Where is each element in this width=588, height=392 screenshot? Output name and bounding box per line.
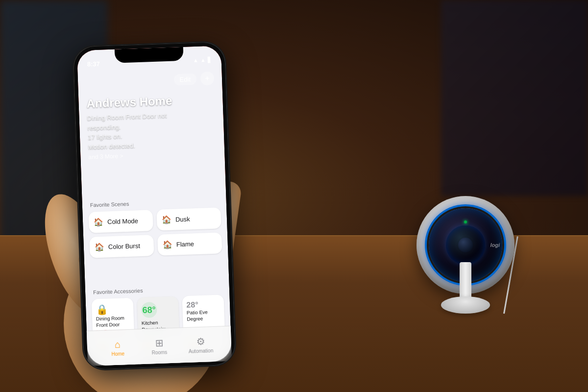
phone-screen: 8:37 ▲ ▲ ▋ Edit + ⊹ — [77, 46, 232, 366]
subtitle-line1: Dining Room Front Door not — [87, 112, 167, 122]
status-icons: ▲ ▲ ▋ — [193, 56, 212, 63]
scene-card-cold-mode[interactable]: 🏠 Cold Mode — [88, 210, 153, 233]
subtitle-line3: 17 lights on. — [88, 132, 122, 141]
scene-card-flame[interactable]: 🏠 Flame — [157, 232, 222, 256]
tab-home[interactable]: ⌂ Home — [97, 338, 139, 357]
home-tab-icon: ⌂ — [115, 339, 121, 350]
status-time: 8:37 — [87, 60, 100, 68]
phone: 8:37 ▲ ▲ ▋ Edit + ⊹ — [73, 42, 236, 370]
automation-tab-icon: ⚙ — [196, 336, 205, 348]
camera-brand: logi — [490, 242, 500, 248]
camera-lens-inner — [446, 225, 485, 265]
tab-bar: ⌂ Home ⊞ Rooms ⚙ Automation — [87, 326, 232, 366]
automation-tab-label: Automation — [189, 348, 214, 354]
subtitle-line2: responding. — [87, 123, 121, 131]
home-tab-label: Home — [111, 351, 124, 357]
accessories-section-title: Favorite Accessories — [91, 285, 223, 295]
patio-temp: 28° — [186, 299, 220, 309]
camera-base — [441, 296, 490, 314]
camera-neck — [460, 262, 471, 301]
notch — [115, 47, 184, 63]
scene-card-color-burst[interactable]: 🏠 Color Burst — [89, 235, 154, 258]
scenes-section: Favorite Scenes 🏠 Cold Mode 🏠 Dusk — [82, 197, 228, 262]
home-subtitle: Dining Room Front Door not responding. 1… — [87, 109, 217, 152]
color-burst-label: Color Burst — [108, 242, 141, 250]
camera-led — [464, 220, 467, 223]
add-button[interactable]: + — [200, 72, 215, 86]
edit-button[interactable]: Edit — [173, 73, 196, 85]
home-title-area: Andrews Home Dining Room Front Door not … — [78, 92, 224, 161]
scene: 8:37 ▲ ▲ ▋ Edit + ⊹ — [0, 0, 588, 392]
flame-label: Flame — [176, 240, 195, 248]
scenes-grid: 🏠 Cold Mode 🏠 Dusk 🏠 Color Burst — [88, 207, 222, 258]
scene-card-dusk[interactable]: 🏠 Dusk — [156, 207, 221, 231]
scenes-section-title: Favorite Scenes — [88, 197, 220, 208]
cold-mode-label: Cold Mode — [107, 217, 138, 225]
thermostat-circle: 68° — [141, 302, 157, 318]
kitchen-temp: 68° — [142, 305, 156, 315]
camera-lens-center — [458, 238, 473, 252]
hand-container: 8:37 ▲ ▲ ▋ Edit + ⊹ — [29, 20, 304, 392]
dusk-icon: 🏠 — [162, 215, 172, 225]
dining-room-name: Dining Room Front Door — [96, 315, 130, 328]
signal-icon: ▲ — [193, 57, 198, 63]
subtitle-line4: Motion detected. — [88, 142, 135, 150]
flame-icon: 🏠 — [162, 240, 172, 250]
rooms-tab-label: Rooms — [151, 349, 167, 355]
lock-icon: 🔒 — [96, 303, 129, 316]
cold-mode-icon: 🏠 — [94, 218, 104, 227]
rooms-tab-icon: ⊞ — [155, 337, 164, 349]
tab-rooms[interactable]: ⊞ Rooms — [138, 336, 180, 356]
wifi-icon: ▲ — [200, 57, 206, 63]
color-burst-icon: 🏠 — [95, 243, 105, 252]
camera-container: logi — [382, 118, 549, 323]
patio-eve-name: Patio Eve Degree — [187, 308, 221, 322]
battery-icon: ▋ — [207, 56, 211, 63]
tab-automation[interactable]: ⚙ Automation — [180, 335, 222, 354]
dusk-label: Dusk — [175, 215, 190, 223]
